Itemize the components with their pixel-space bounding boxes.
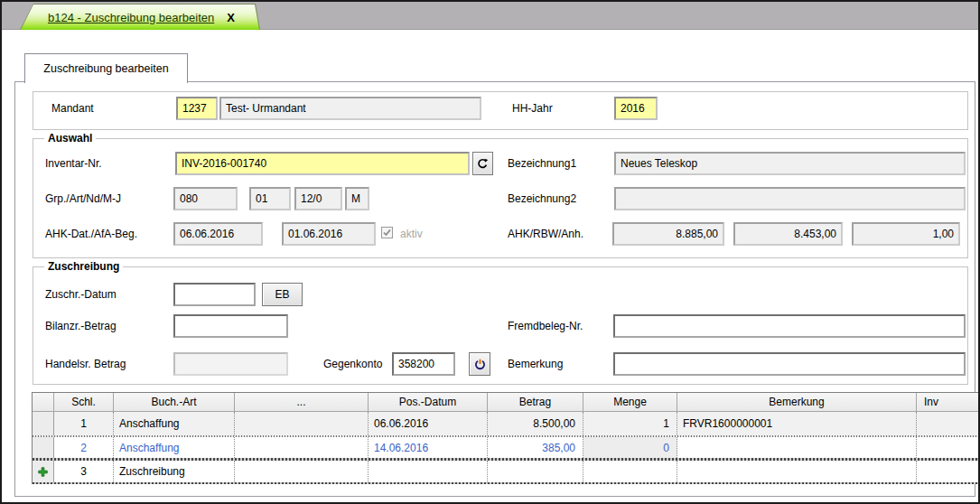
inventar-lookup-button[interactable] [472,152,493,175]
col-header-dots[interactable]: ... [235,393,369,412]
aktiv-checkbox [381,227,393,238]
handelsr-field [173,352,288,376]
power-icon [474,359,486,370]
document-tab[interactable]: b124 - Zuschreibung bearbeiten X [20,4,260,30]
grp-field-3: 12/0 [294,187,342,210]
grid-header-row: Schl. Buch.-Art ... Pos.-Datum Betrag Me… [33,393,978,412]
cell-buch-art[interactable]: Anschaffung [114,412,235,435]
ahk-date2-field: 01.06.2016 [282,222,376,246]
cell-pos-datum[interactable]: 14.06.2016 [369,437,488,458]
bezeichnung2-field [614,187,966,210]
cell-menge[interactable]: 0 [583,437,677,458]
grid-corner-cell [33,393,54,412]
zuschr-datum-field[interactable] [173,283,256,306]
cell-betrag[interactable]: 385,00 [488,437,583,458]
document-tab-surface: b124 - Zuschreibung bearbeiten X [21,5,259,30]
cell-pos-datum[interactable] [369,461,488,482]
cell-dots[interactable] [235,437,369,458]
cell-bemerkung[interactable]: FRVR1600000001 [677,412,917,435]
cell-bemerkung[interactable] [677,437,917,458]
cell-bemerkung[interactable] [677,461,917,482]
fremdbeleg-field[interactable] [613,314,966,338]
handelsr-label: Handelsr. Betrag [45,358,126,370]
table-row[interactable]: 3 Zuschreibung [33,461,978,482]
document-tab-strip: b124 - Zuschreibung bearbeiten X [2,2,978,30]
table-row[interactable]: 2 Anschaffung 14.06.2016 385,00 0 [33,437,978,458]
add-row-plus-icon [38,467,48,477]
cell-pos-datum[interactable]: 06.06.2016 [369,412,488,435]
check-icon [383,229,391,237]
inventar-label: Inventar-Nr. [45,157,102,170]
cell-schl[interactable]: 2 [54,437,114,458]
bemerkung-field[interactable] [613,352,966,376]
gegenkonto-field[interactable]: 358200 [392,352,455,376]
mandant-panel [33,91,968,130]
auswahl-title: Auswahl [44,132,96,145]
cell-menge[interactable] [583,461,677,482]
gegenkonto-label: Gegenkonto [323,358,382,370]
table-row[interactable]: 1 Anschaffung 06.06.2016 8.500,00 1 FRVR… [33,412,978,435]
hh-jahr-label: HH-Jahr [512,102,553,115]
ahk-rbw-label: AHK/RBW/Anh. [508,228,583,240]
zuschreibung-title: Zuschreibung [44,260,123,273]
col-header-inv[interactable]: Inv [917,393,978,412]
cell-betrag[interactable] [488,461,583,482]
cell-schl[interactable]: 3 [54,461,114,482]
mandant-name-field: Test- Urmandant [219,97,481,120]
cell-schl[interactable]: 1 [54,412,114,435]
tab-zuschreibung-bearbeiten[interactable]: Zuschreibung bearbeiten [24,53,188,83]
cell-inv[interactable] [917,437,978,458]
close-icon[interactable]: X [227,11,235,24]
row-selector-1[interactable] [33,412,54,435]
document-tab-label[interactable]: b124 - Zuschreibung bearbeiten [48,11,214,24]
aktiv-label: aktiv [400,228,423,240]
bezeichnung2-label: Bezeichnung2 [508,192,576,205]
mandant-code-field[interactable]: 1237 [176,97,218,120]
cell-dots[interactable] [235,461,369,482]
refresh-icon [477,158,489,170]
cell-dots[interactable] [235,412,369,435]
col-header-menge[interactable]: Menge [583,393,677,412]
edit-row-marker [33,482,978,484]
col-header-buch-art[interactable]: Buch.-Art [114,393,235,412]
bilanzr-field[interactable] [173,314,288,338]
grp-field-1: 080 [173,187,238,210]
ahk-value-field: 8.885,00 [612,222,724,246]
rbw-value-field: 8.453,00 [733,222,843,246]
ahk-dat-label: AHK-Dat./AfA-Beg. [45,228,137,240]
bemerkung-label: Bemerkung [508,358,563,370]
cell-betrag[interactable]: 8.500,00 [488,412,583,435]
ahk-date1-field: 06.06.2016 [173,222,263,246]
cell-inv[interactable] [917,412,978,435]
cell-buch-art[interactable]: Zuschreibung [114,461,235,482]
col-header-betrag[interactable]: Betrag [488,393,583,412]
hh-jahr-field[interactable]: 2016 [614,97,658,120]
grp-field-2: 01 [249,187,291,210]
cell-buch-art[interactable]: Anschaffung [114,437,235,458]
positions-grid: Schl. Buch.-Art ... Pos.-Datum Betrag Me… [32,392,978,484]
cell-menge[interactable]: 1 [583,412,677,435]
col-header-bemerkung[interactable]: Bemerkung [677,393,917,412]
col-header-pos-datum[interactable]: Pos.-Datum [369,393,488,412]
grp-field-4: M [345,187,369,210]
bezeichnung1-label: Bezeichnung1 [508,157,576,170]
cell-inv[interactable] [917,461,978,482]
eb-button[interactable]: EB [262,283,303,306]
inventar-field[interactable]: INV-2016-001740 [175,152,470,175]
col-header-schl[interactable]: Schl. [54,393,114,412]
fremdbeleg-label: Fremdbeleg-Nr. [508,320,583,332]
bilanzr-label: Bilanzr.-Betrag [45,320,117,332]
anh-value-field: 1,00 [852,222,960,246]
row-selector-2[interactable] [33,437,54,458]
app-window: b124 - Zuschreibung bearbeiten X Zuschre… [0,0,980,504]
bezeichnung1-field: Neues Teleskop [614,152,966,175]
grp-label: Grp./Art/Nd/M-J [45,192,121,205]
mandant-label: Mandant [51,102,94,115]
gegenkonto-lookup-button[interactable] [469,352,490,376]
row-selector-3[interactable] [33,461,54,482]
zuschr-datum-label: Zuschr.-Datum [45,288,117,301]
